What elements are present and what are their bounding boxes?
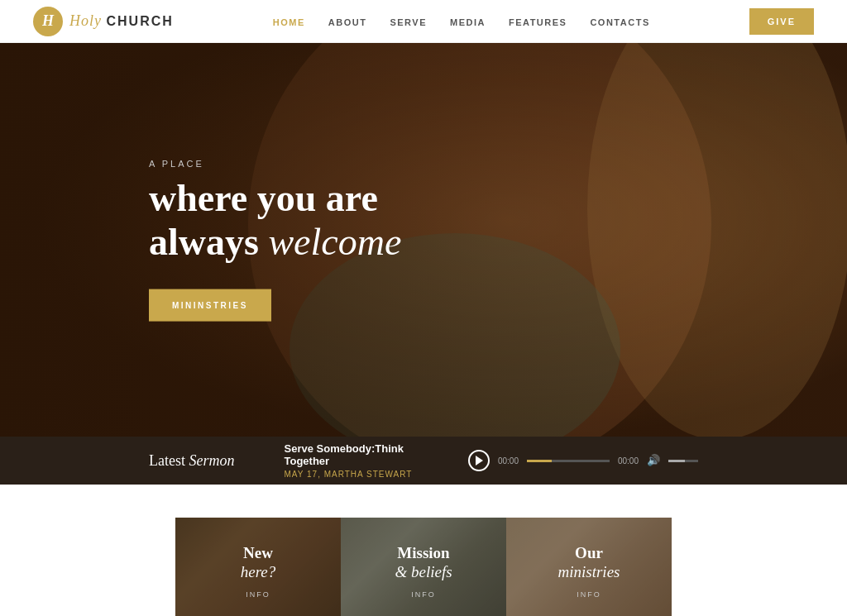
hero-heading-line2-normal: always (149, 221, 259, 263)
sermon-title: Serve Somebody:Think Together (284, 442, 418, 467)
nav-link-features[interactable]: FEATURES (509, 17, 567, 27)
nav-links: HOME ABOUT SERVE MEDIA FEATURES CONTACTS (273, 14, 650, 29)
card-2-title-line1: Mission (395, 544, 452, 563)
card-1-info: INFO (241, 590, 276, 599)
card-1-title-line2: here? (241, 563, 276, 582)
card-2-title: Mission & beliefs (395, 544, 452, 582)
sermon-info: Serve Somebody:Think Together MAY 17, MA… (284, 442, 418, 479)
card-3-title-line1: Our (558, 544, 620, 563)
nav-link-home[interactable]: HOME (273, 17, 305, 27)
progress-bar-fill (527, 460, 552, 462)
logo[interactable]: H Holy CHURCH (33, 7, 174, 36)
hero-heading-line1: where you are (149, 177, 378, 219)
sermon-meta: MAY 17, MARTHA STEWART (284, 470, 418, 479)
nav-link-serve[interactable]: SERVE (390, 17, 427, 27)
hero-content: A PLACE where you are always welcome MIN… (149, 159, 401, 322)
card-3-info: INFO (558, 590, 620, 599)
card-1-title-line1: New (241, 544, 276, 563)
sermon-label: Latest Sermon (149, 452, 234, 470)
nav-item-features[interactable]: FEATURES (509, 14, 567, 29)
sermon-label-italic: Sermon (189, 452, 234, 469)
card-ministries[interactable]: Our ministries INFO (506, 518, 672, 616)
card-3-content: Our ministries INFO (558, 544, 620, 599)
nav-link-media[interactable]: MEDIA (450, 17, 486, 27)
time-end: 00:00 (618, 456, 639, 466)
play-icon (476, 456, 483, 466)
sermon-player: 00:00 00:00 🔊 (468, 450, 698, 471)
card-2-info: INFO (395, 590, 452, 599)
card-3-title-line2: ministries (558, 563, 620, 582)
volume-bar[interactable] (668, 460, 698, 462)
nav-item-home[interactable]: HOME (273, 14, 305, 29)
nav-item-serve[interactable]: SERVE (390, 14, 427, 29)
hero-overlay (0, 43, 847, 437)
card-2-title-line2: & beliefs (395, 563, 452, 582)
volume-bar-fill (668, 460, 685, 462)
sermon-label-normal: Latest (149, 452, 185, 469)
card-1-title: New here? (241, 544, 276, 582)
card-1-content: New here? INFO (241, 544, 276, 599)
logo-icon: H (33, 7, 63, 36)
card-new-here[interactable]: New here? INFO (175, 518, 341, 616)
logo-church: CHURCH (107, 14, 174, 28)
logo-text: Holy CHURCH (69, 12, 174, 30)
nav-link-about[interactable]: ABOUT (328, 17, 367, 27)
hero-section: A PLACE where you are always welcome MIN… (0, 43, 847, 437)
progress-bar[interactable] (527, 460, 610, 462)
ministries-button[interactable]: MININSTRIES (149, 289, 271, 321)
give-button[interactable]: GIVE (749, 8, 814, 35)
navbar: H Holy CHURCH HOME ABOUT SERVE MEDIA FEA… (0, 0, 847, 43)
sermon-bar: Latest Sermon Serve Somebody:Think Toget… (0, 437, 847, 485)
card-2-content: Mission & beliefs INFO (395, 544, 452, 599)
hero-heading-line2-italic: welcome (268, 221, 401, 263)
hero-eyebrow: A PLACE (149, 159, 401, 169)
play-button[interactable] (468, 450, 490, 471)
volume-icon[interactable]: 🔊 (647, 454, 660, 467)
cards-section: New here? INFO Mission & beliefs INFO Ou… (0, 485, 847, 616)
nav-link-contacts[interactable]: CONTACTS (590, 17, 649, 27)
nav-item-media[interactable]: MEDIA (450, 14, 486, 29)
nav-item-about[interactable]: ABOUT (328, 14, 367, 29)
hero-heading: where you are always welcome (149, 177, 401, 265)
nav-item-contacts[interactable]: CONTACTS (590, 14, 649, 29)
card-mission[interactable]: Mission & beliefs INFO (341, 518, 506, 616)
time-start: 00:00 (498, 456, 519, 466)
logo-holy: Holy (69, 12, 102, 29)
card-3-title: Our ministries (558, 544, 620, 582)
